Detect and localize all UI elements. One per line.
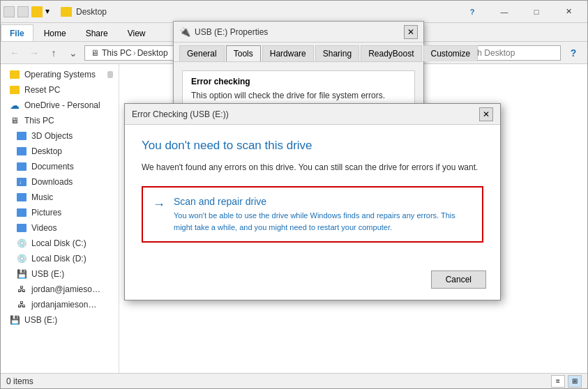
sidebar-item-label: OneDrive - Personal [24, 100, 100, 110]
sidebar-item-label: 3D Objects [31, 131, 73, 141]
view-controls: ≡ ⊞ [551, 375, 582, 388]
sidebar-item-usb-root[interactable]: 💾 USB (E:) [1, 312, 119, 328]
sidebar-item-documents[interactable]: Documents [1, 159, 119, 174]
sidebar-item-pictures[interactable]: Pictures [1, 205, 119, 220]
sidebar-item-label: jordanjamiesonman... [31, 300, 101, 310]
sidebar-item-reset-pc[interactable]: Reset PC [1, 82, 119, 98]
error-checking-box: Error checking This option will check th… [182, 70, 415, 107]
path-separator-1: › [133, 48, 136, 58]
sidebar-item-local-c[interactable]: 💿 Local Disk (C:) [1, 236, 119, 251]
error-checking-title: Error checking [191, 77, 406, 86]
tab-view[interactable]: View [119, 24, 155, 41]
close-button[interactable]: ✕ [552, 1, 585, 23]
scan-repair-option[interactable]: → Scan and repair drive You won't be abl… [142, 186, 483, 243]
up-button[interactable]: ↑ [45, 45, 62, 61]
window-controls: ? — □ ✕ [456, 1, 585, 23]
error-dialog-body: You don't need to scan this drive We hav… [125, 125, 500, 264]
path-segment-desktop: Desktop [137, 48, 168, 58]
sidebar-item-label: USB (E:) [24, 315, 57, 325]
sidebar-item-jordan1[interactable]: 🖧 jordan@jamiesonm... [1, 282, 119, 297]
sidebar-item-label: USB (E:) [31, 269, 64, 279]
error-dialog-heading: You don't need to scan this drive [142, 139, 483, 153]
item-count: 0 items [6, 376, 33, 386]
sidebar-item-music[interactable]: Music [1, 190, 119, 205]
sidebar-item-label: Local Disk (D:) [31, 254, 86, 264]
path-this-pc: This PC › Desktop [102, 48, 168, 58]
sidebar-item-local-d[interactable]: 💿 Local Disk (D:) [1, 251, 119, 266]
usb-dialog-title-bar: 🔌 USB (E:) Properties ✕ [174, 22, 423, 43]
forward-button[interactable]: → [26, 45, 43, 61]
sidebar-item-desktop[interactable]: Desktop [1, 144, 119, 159]
usb-dialog-title-text: USB (E:) Properties [195, 27, 400, 37]
minimize-button[interactable]: — [488, 1, 520, 23]
sidebar-item-downloads[interactable]: ↓ Downloads [1, 174, 119, 190]
sidebar-item-this-pc[interactable]: 🖥 This PC [1, 113, 119, 128]
sidebar-item-label: Desktop [31, 146, 62, 156]
folder-pictures-icon [16, 207, 27, 218]
disk-d-icon: 💿 [16, 253, 27, 264]
tab-customize[interactable]: Customize [423, 45, 478, 61]
usb-e-icon: 💾 [16, 268, 27, 280]
title-folder-icon [61, 7, 72, 17]
folder-documents-icon [16, 161, 27, 172]
error-dialog-footer: Cancel [125, 264, 500, 300]
error-dialog-close-button[interactable]: ✕ [479, 107, 493, 121]
sidebar-item-label: Local Disk (C:) [31, 238, 86, 248]
sidebar-item-videos[interactable]: Videos [1, 220, 119, 236]
help-button[interactable]: ? [456, 1, 488, 23]
network1-icon: 🖧 [16, 284, 27, 295]
sidebar-item-label: Reset PC [24, 85, 60, 95]
tab-sharing[interactable]: Sharing [315, 45, 359, 61]
sidebar-item-operating-systems[interactable]: Operating Systems [1, 67, 119, 82]
sidebar-item-label: Downloads [31, 177, 73, 187]
tab-readyboost[interactable]: ReadyBoost [361, 45, 421, 61]
tab-tools[interactable]: Tools [226, 45, 261, 61]
grid-view-button[interactable]: ⊞ [568, 375, 582, 388]
folder-3d-icon [16, 130, 27, 142]
tab-file[interactable]: File [1, 24, 33, 41]
sidebar-item-label: Videos [31, 223, 56, 233]
usb-dialog-close-button[interactable]: ✕ [404, 25, 418, 39]
quick-access-icon [3, 6, 15, 17]
scan-option-title: Scan and repair drive [174, 196, 472, 207]
sidebar-item-label: jordan@jamiesonm... [31, 284, 101, 294]
folder-videos-icon [16, 222, 27, 234]
path-computer-icon: 🖥 [91, 48, 99, 58]
usb-dialog-tabs: General Tools Hardware Sharing ReadyBoos… [174, 43, 423, 61]
scan-option-content: Scan and repair drive You won't be able … [174, 196, 472, 233]
error-cancel-button[interactable]: Cancel [431, 270, 486, 289]
title-bar-icons: ▾ [3, 6, 55, 17]
error-checking-description: This option will check the drive for fil… [191, 91, 406, 100]
tab-general[interactable]: General [179, 45, 225, 61]
list-view-button[interactable]: ≡ [551, 375, 565, 388]
sidebar-item-label: Operating Systems [24, 70, 96, 79]
sidebar-item-onedrive[interactable]: ☁ OneDrive - Personal [1, 98, 119, 113]
usb-root-icon: 💾 [9, 314, 20, 326]
back-button[interactable]: ← [6, 45, 23, 61]
tab-home[interactable]: Home [35, 24, 75, 41]
computer-icon: 🖥 [9, 115, 20, 126]
folder-music-icon [16, 192, 27, 203]
network2-icon: 🖧 [16, 299, 27, 310]
help-icon-button[interactable]: ? [565, 45, 582, 61]
error-checking-dialog: Error Checking (USB (E:)) ✕ You don't ne… [124, 103, 501, 300]
folder-special-icon [9, 84, 20, 96]
sidebar-item-label: Music [31, 192, 53, 202]
sidebar-item-3d-objects[interactable]: 3D Objects [1, 128, 119, 144]
tab-hardware[interactable]: Hardware [262, 45, 314, 61]
folder-icon [31, 6, 43, 17]
cloud-icon: ☁ [9, 100, 20, 111]
sidebar-item-jordan2[interactable]: 🖧 jordanjamiesonman... [1, 297, 119, 312]
error-dialog-subtitle: We haven't found any errors on this driv… [142, 161, 483, 174]
sidebar-item-usb-e[interactable]: 💾 USB (E:) [1, 266, 119, 282]
folder-yellow-icon [9, 69, 20, 80]
recent-locations-button[interactable]: ⌄ [65, 45, 82, 61]
title-bar: ▾ Desktop ? — □ ✕ [1, 1, 587, 23]
status-bar: 0 items ≡ ⊞ [1, 373, 587, 388]
tab-share[interactable]: Share [77, 24, 117, 41]
sidebar-item-label: Pictures [31, 208, 61, 218]
error-dialog-title-text: Error Checking (USB (E:)) [132, 109, 479, 119]
usb-dialog-icon: 🔌 [179, 26, 190, 38]
arrow-down-icon[interactable]: ▾ [45, 6, 55, 17]
maximize-button[interactable]: □ [520, 1, 552, 23]
